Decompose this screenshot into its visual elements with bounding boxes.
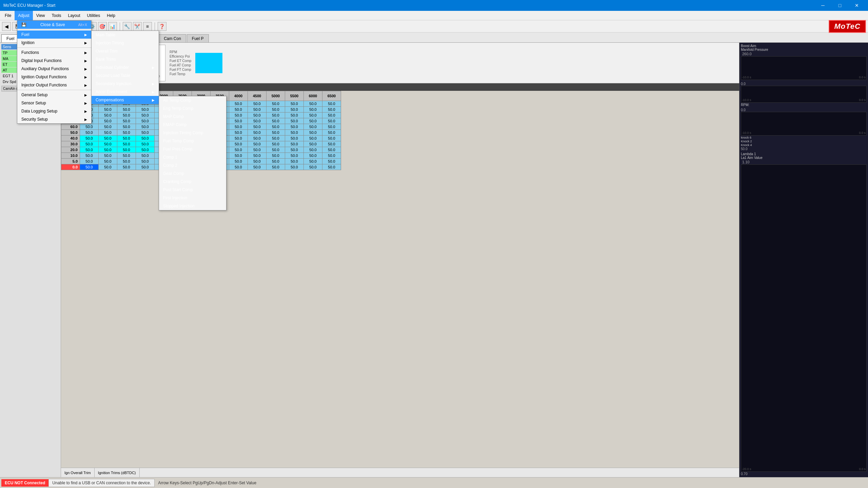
adjust-menu-general-setup[interactable]: General Setup ▶ <box>17 91 91 99</box>
fuel-table-cell[interactable]: 50.0 <box>80 147 99 153</box>
fuel-table-cell[interactable]: 50.0 <box>229 141 248 147</box>
fuel-table-cell[interactable]: 50.0 <box>267 113 285 118</box>
comp-fuel-temp[interactable]: Fuel Temp Comp <box>159 137 226 145</box>
fuel-table-col-5000[interactable]: 5000 <box>267 91 285 101</box>
fuel-table-cell[interactable]: 50.0 <box>229 107 248 113</box>
fuel-table-cell[interactable]: 50.0 <box>322 118 341 124</box>
fuel-table-cell[interactable]: 50.0 <box>322 136 341 141</box>
toolbar-target-icon[interactable]: 🎯 <box>98 22 107 31</box>
fuel-table-cell[interactable]: 50.0 <box>136 136 155 141</box>
fuel-table-cell[interactable]: 50.0 <box>304 113 322 118</box>
toolbar-chart-icon[interactable]: 📊 <box>108 22 117 31</box>
fuel-table-cell[interactable]: 50.0 <box>99 153 117 159</box>
fuel-table-cell[interactable]: 50.0 <box>136 118 155 124</box>
adjust-menu-security-setup[interactable]: Security Setup ▶ <box>17 115 91 123</box>
fuel-table-cell[interactable]: 50.0 <box>322 107 341 113</box>
fuel-table-cell[interactable]: 50.0 <box>304 159 322 164</box>
adjust-menu-data-logging[interactable]: Data Logging Setup ▶ <box>17 107 91 115</box>
fuel-table-col-6000[interactable]: 6000 <box>304 91 322 101</box>
fuel-table-cell[interactable]: 50.0 <box>322 159 341 164</box>
fuel-table-cell[interactable]: 50.0 <box>229 136 248 141</box>
fuel-table-cell[interactable]: 50.0 <box>80 141 99 147</box>
fuel-table-cell[interactable]: 50.0 <box>248 141 267 147</box>
fuel-submenu[interactable]: Main Table Injection Timing Overall Trim… <box>91 30 159 104</box>
fuel-table-cell[interactable]: 50.0 <box>229 159 248 164</box>
fuel-table-col-4000[interactable]: 4000 <box>229 91 248 101</box>
fuel-table-cell[interactable]: 50.0 <box>267 164 285 170</box>
fuel-table-cell[interactable]: 50.0 <box>99 113 117 118</box>
fuel-sub-bank-trims[interactable]: Bank Trims <box>92 55 159 63</box>
fuel-sub-injection-timing[interactable]: Injection Timing <box>92 39 159 47</box>
fuel-table-cell[interactable]: 50.0 <box>99 141 117 147</box>
fuel-table-cell[interactable]: 50.0 <box>304 141 322 147</box>
adjust-menu-functions[interactable]: Functions ▶ <box>17 48 91 57</box>
fuel-table-cell[interactable]: 50.0 <box>267 159 285 164</box>
fuel-table-cell[interactable]: 50.0 <box>267 130 285 136</box>
fuel-table-cell[interactable]: 50.0 <box>117 159 136 164</box>
fuel-table-cell[interactable]: 50.0 <box>136 153 155 159</box>
fuel-table-cell[interactable]: 50.0 <box>117 118 136 124</box>
fuel-table-cell[interactable]: 50.0 <box>285 124 304 130</box>
fuel-table-cell[interactable]: 50.0 <box>99 124 117 130</box>
fuel-table-cell[interactable]: 50.0 <box>267 107 285 113</box>
comp-map[interactable]: MAP Comp <box>159 113 226 121</box>
fuel-table-cell[interactable]: 50.0 <box>285 107 304 113</box>
fuel-table-cell[interactable]: 50.0 <box>117 141 136 147</box>
fuel-table-cell[interactable]: 50.0 <box>229 164 248 170</box>
toolbar-wrench-icon[interactable]: 🔧 <box>123 22 132 31</box>
fuel-table-cell[interactable]: 50.0 <box>285 113 304 118</box>
comp-air-temp[interactable]: Air Temp Comp <box>159 96 226 104</box>
fuel-table-cell[interactable]: 50.0 <box>285 101 304 107</box>
fuel-table-cell[interactable]: 50.0 <box>117 147 136 153</box>
comp-eng-temp[interactable]: Eng Temp Comp <box>159 104 226 113</box>
fuel-table-cell[interactable]: 50.0 <box>248 164 267 170</box>
comp-post-start[interactable]: Post Start Comp <box>159 186 226 194</box>
fuel-table-cell[interactable]: 50.0 <box>322 124 341 130</box>
fuel-table-cell[interactable]: 50.0 <box>136 141 155 147</box>
fuel-table-cell[interactable]: 50.0 <box>322 113 341 118</box>
fuel-table-cell[interactable]: 50.0 <box>99 159 117 164</box>
menu-adjust[interactable]: Adjust <box>15 11 33 20</box>
fuel-table-cell[interactable]: 50.0 <box>117 164 136 170</box>
fuel-table-cell[interactable]: 50.0 <box>248 130 267 136</box>
toolbar-edit-icon[interactable]: ✂️ <box>133 22 142 31</box>
menu-view[interactable]: View <box>33 11 48 20</box>
fuel-table-cell[interactable]: 50.0 <box>99 164 117 170</box>
fuel-table-cell[interactable]: 50.0 <box>136 130 155 136</box>
fuel-table-cell[interactable]: 50.0 <box>267 124 285 130</box>
adjust-menu-aux-output[interactable]: Auxiliary Output Functions ▶ <box>17 65 91 73</box>
fuel-table-cell[interactable]: 50.0 <box>322 130 341 136</box>
fuel-sub-main-table[interactable]: Main Table <box>92 31 159 39</box>
fuel-table-cell[interactable]: 50.0 <box>285 136 304 141</box>
fuel-table-cell[interactable]: 50.0 <box>117 136 136 141</box>
menu-file[interactable]: File <box>1 11 15 20</box>
tab-fuel-p[interactable]: Fuel P <box>187 34 209 42</box>
fuel-table-cell[interactable]: 50.0 <box>229 147 248 153</box>
fuel-sub-accel-enrichment[interactable]: Accel Enrichment ▶ <box>92 88 159 96</box>
fuel-table-cell[interactable]: 50.0 <box>285 118 304 124</box>
fuel-table-cell[interactable]: 50.0 <box>304 118 322 124</box>
tab-cam-con[interactable]: Cam Con <box>159 34 186 42</box>
fuel-table-cell[interactable]: 50.0 <box>248 124 267 130</box>
fuel-table-cell[interactable]: 50.0 <box>285 159 304 164</box>
fuel-table-cell[interactable]: 50.0 <box>136 113 155 118</box>
fuel-table-cell[interactable]: 50.0 <box>248 113 267 118</box>
fuel-table-cell[interactable]: 50.0 <box>322 147 341 153</box>
fuel-table-cell[interactable]: 50.0 <box>136 147 155 153</box>
fuel-table-col-4500[interactable]: 4500 <box>248 91 267 101</box>
fuel-table-cell[interactable]: 50.0 <box>117 107 136 113</box>
comp-gear[interactable]: Gear Comp <box>159 169 226 178</box>
fuel-table-cell[interactable]: 50.0 <box>80 153 99 159</box>
fuel-table-cell[interactable]: 50.0 <box>304 136 322 141</box>
menu-utilities[interactable]: Utilities <box>84 11 104 20</box>
comp-cranking[interactable]: Cranking Comp <box>159 178 226 186</box>
comp-2[interactable]: Comp 2 <box>159 161 226 169</box>
adjust-menu-digital-input[interactable]: Digital Input Functions ▶ <box>17 57 91 65</box>
fuel-table-cell[interactable]: 50.0 <box>285 130 304 136</box>
adjust-menu-sensor-setup[interactable]: Sensor Setup ▶ <box>17 99 91 107</box>
minimize-button[interactable]: ─ <box>815 0 831 11</box>
fuel-table-cell[interactable]: 50.0 <box>267 153 285 159</box>
toolbar-back-icon[interactable]: ◀ <box>2 22 11 31</box>
fuel-table-cell[interactable]: 50.0 <box>248 136 267 141</box>
maximize-button[interactable]: □ <box>832 0 848 11</box>
